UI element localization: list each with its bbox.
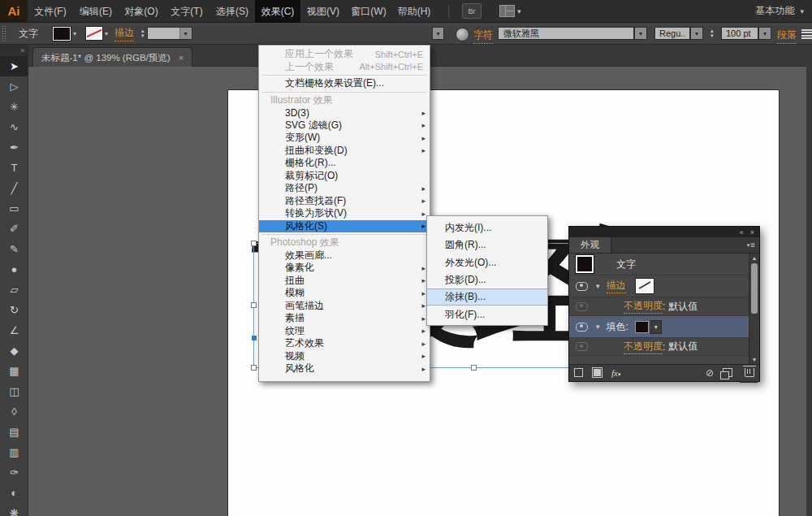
free-transform-tool[interactable]: ▦ [0,361,28,381]
delete-item-icon[interactable] [745,368,754,377]
duplicate-item-icon[interactable] [723,368,732,377]
clear-appearance-icon[interactable]: ⊘ [706,368,714,378]
stroke-color-none-swatch[interactable] [86,27,102,40]
arrange-documents-button[interactable]: ▾ [499,5,521,17]
style-select-caret[interactable]: ▾ [432,27,444,40]
menu-item-blur[interactable]: 模糊 ▸ [259,287,430,300]
ai-logo[interactable]: Ai [0,0,28,23]
submenu-item-outer-glow[interactable]: 外发光(O)... [427,254,547,271]
tools-collapse-button[interactable]: » [0,45,28,56]
opacity-link[interactable]: 不透明度 [624,299,663,314]
appearance-row-stroke-opacity[interactable]: 不透明度 : 默认值 [569,297,759,316]
paragraph-panel-link[interactable]: 段落 [777,28,797,44]
rectangle-tool[interactable]: ▭ [0,198,28,219]
type-tool[interactable]: T [0,158,28,178]
menu-select[interactable]: 选择(S) [209,0,255,23]
panel-scrollbar[interactable]: ▲ ▼ [749,254,759,364]
menu-effect[interactable]: 效果(C) [255,0,300,23]
line-segment-tool[interactable]: ╱ [0,178,28,198]
visibility-eye-icon[interactable] [576,282,588,291]
paintbrush-tool[interactable]: ✐ [0,219,28,239]
workspace-switcher[interactable]: 基本功能 ▾ [755,4,804,18]
selection-handle[interactable] [251,302,257,308]
selection-handle[interactable] [251,365,257,371]
scale-tool[interactable]: ∠ [0,320,28,340]
font-size-field[interactable]: 100 pt [721,27,758,40]
eyedropper-tool[interactable]: ✑ [0,462,28,483]
character-panel-link[interactable]: 字符 [473,28,493,44]
menu-item-sketch[interactable]: 素描 ▸ [259,312,430,325]
bridge-button[interactable]: Br [462,3,482,19]
expand-caret-icon[interactable]: ▾ [596,323,600,331]
scroll-down-icon[interactable]: ▼ [749,355,759,364]
width-tool[interactable]: ◆ [0,340,28,361]
expand-caret-icon[interactable]: ▾ [596,282,600,290]
menu-item-stylize[interactable]: 风格化(S) ▸ [259,220,430,233]
menu-window[interactable]: 窗口(W) [346,0,391,23]
stroke-weight-select[interactable]: ▾ [147,27,192,40]
visibility-eye-icon[interactable] [576,342,588,351]
stroke-weight-stepper[interactable]: ▴ ▾ [141,28,145,38]
submenu-item-inner-glow[interactable]: 内发光(I)... [427,219,547,236]
menu-item-brush-strokes[interactable]: 画笔描边 ▸ [259,300,430,313]
menu-item-crop-marks[interactable]: 裁剪标记(O) [259,170,430,183]
collapse-panel-icon[interactable]: « [740,228,744,236]
scroll-up-icon[interactable]: ▲ [749,254,759,262]
add-new-effect-icon[interactable]: fx▾ [611,368,620,378]
menu-item-artistic[interactable]: 艺术效果 ▸ [259,337,430,350]
pencil-tool[interactable]: ✎ [0,239,28,259]
appearance-row-fill-opacity[interactable]: 不透明度 : 默认值 [569,338,759,356]
menu-item-video[interactable]: 视频 ▸ [259,350,430,363]
panel-resize-grip[interactable] [569,380,759,384]
submenu-item-feather[interactable]: 羽化(F)... [427,306,547,323]
font-family-select[interactable]: 微软雅黑 [498,27,634,40]
fill-color-swatch[interactable] [53,27,71,41]
add-new-fill-icon[interactable] [592,367,603,378]
menu-item-pathfinder[interactable]: 路径查找器(F) ▸ [259,195,430,208]
recolor-artwork-icon[interactable] [456,28,469,41]
menu-item-document-raster-effects[interactable]: 文档栅格效果设置(E)... [259,77,430,90]
lasso-tool[interactable]: ∿ [0,117,28,137]
appearance-row-type[interactable]: 文字 [569,254,759,275]
fill-color-swatch[interactable] [635,321,649,333]
gradient-tool[interactable]: ▥ [0,442,28,462]
menu-item-rasterize[interactable]: 栅格化(R)... [259,157,430,170]
menu-item-pixelate[interactable]: 像素化 ▸ [259,262,430,275]
font-size-caret[interactable]: ▾ [758,27,771,40]
blob-brush-tool[interactable]: ● [0,259,28,280]
perspective-grid-tool[interactable]: ◊ [0,401,28,422]
menu-item-stylize-ps[interactable]: 风格化 ▸ [259,362,430,375]
menu-item-svg-filters[interactable]: SVG 滤镜(G) ▸ [259,119,430,132]
chevron-down-icon[interactable]: ▾ [650,320,662,334]
direct-selection-tool[interactable]: ▷ [0,76,28,97]
align-left-icon[interactable] [801,29,812,39]
menu-item-path[interactable]: 路径(P) ▸ [259,182,430,195]
tab-appearance[interactable]: 外观 [569,237,611,253]
submenu-item-drop-shadow[interactable]: 投影(D)... [427,271,547,288]
text-anchor-point[interactable] [252,336,257,340]
menu-item-distort[interactable]: 扭曲 ▸ [259,275,430,288]
font-family-caret[interactable]: ▾ [634,27,647,40]
visibility-eye-icon[interactable] [576,302,588,311]
selection-handle[interactable] [471,365,477,371]
font-style-select[interactable]: Regu.. [654,27,690,40]
font-style-caret[interactable]: ▾ [690,27,703,40]
add-new-stroke-icon[interactable] [574,368,583,377]
menu-item-effect-gallery[interactable]: 效果画廊... [259,249,430,262]
mesh-tool[interactable]: ▤ [0,422,28,442]
stroke-none-swatch[interactable] [636,279,654,293]
menu-item-warp[interactable]: 变形(W) ▸ [259,132,430,145]
menu-help[interactable]: 帮助(H) [391,0,437,23]
opacity-link[interactable]: 不透明度 [624,340,663,354]
submenu-item-round-corners[interactable]: 圆角(R)... [427,236,547,254]
selection-handle[interactable] [251,241,257,246]
shape-builder-tool[interactable]: ◫ [0,381,28,401]
document-tab[interactable]: 未标题-1* @ 139% (RGB/预览) × [32,47,192,67]
font-size-stepper[interactable]: ▴ ▾ [710,28,714,38]
menu-object[interactable]: 对象(O) [119,0,164,23]
stroke-link[interactable]: 描边 [607,279,626,293]
eraser-tool[interactable]: ▱ [0,280,28,300]
pen-tool[interactable]: ✒ [0,137,28,158]
stroke-panel-link[interactable]: 描边 [114,26,134,41]
visibility-eye-icon[interactable] [576,323,588,332]
